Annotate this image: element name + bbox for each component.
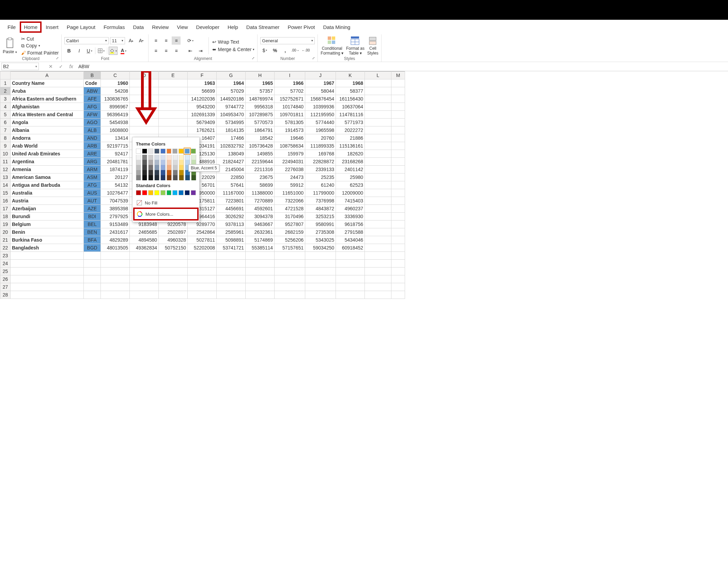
color-swatch[interactable] [172, 149, 177, 154]
cell-M1[interactable] [391, 79, 405, 87]
font-color-button[interactable]: A [119, 47, 128, 55]
cell-G20[interactable]: 2585961 [217, 228, 246, 236]
cell-A28[interactable] [11, 291, 84, 299]
cell-J21[interactable]: 5343025 [305, 236, 336, 244]
row-header-19[interactable]: 19 [0, 220, 11, 228]
cell-J16[interactable]: 7376998 [305, 197, 336, 205]
cell-A14[interactable]: Antigua and Barbuda [11, 181, 84, 189]
cell-F7[interactable]: 1762621 [188, 126, 217, 134]
cell-H9[interactable]: 105736428 [246, 142, 275, 150]
col-header-M[interactable]: M [391, 72, 405, 79]
cell-B2[interactable]: ABW [84, 87, 101, 95]
cell-J13[interactable]: 25235 [305, 173, 336, 181]
cell-L23[interactable] [365, 252, 391, 260]
cell-G12[interactable]: 2145004 [217, 166, 246, 173]
cell-M21[interactable] [391, 236, 405, 244]
cell-H20[interactable]: 2632361 [246, 228, 275, 236]
cell-A25[interactable] [11, 268, 84, 275]
cell-G26[interactable] [217, 275, 246, 283]
cell-D25[interactable] [130, 268, 159, 275]
cell-M5[interactable] [391, 111, 405, 119]
cell-K21[interactable]: 5434046 [336, 236, 365, 244]
cell-J5[interactable]: 112195950 [305, 111, 336, 119]
cell-A12[interactable]: Armenia [11, 166, 84, 173]
cell-M27[interactable] [391, 283, 405, 291]
cell-G28[interactable] [217, 291, 246, 299]
cell-G25[interactable] [217, 268, 246, 275]
cell-B25[interactable] [84, 268, 101, 275]
cell-A20[interactable]: Benin [11, 228, 84, 236]
cell-I16[interactable]: 7322066 [275, 197, 305, 205]
cell-L22[interactable] [365, 244, 391, 252]
cell-G15[interactable]: 11167000 [217, 189, 246, 197]
row-header-6[interactable]: 6 [0, 119, 11, 126]
cell-I18[interactable]: 3170496 [275, 213, 305, 220]
color-swatch[interactable] [179, 149, 184, 154]
align-top-icon[interactable]: ≡ [151, 36, 160, 45]
cell-F24[interactable] [188, 260, 217, 268]
cell-K3[interactable]: 161156430 [336, 95, 365, 103]
color-swatch[interactable] [160, 190, 166, 195]
cell-D3[interactable] [130, 95, 159, 103]
cell-D27[interactable] [130, 283, 159, 291]
cell-A16[interactable]: Austria [11, 197, 84, 205]
cell-L24[interactable] [365, 260, 391, 268]
color-swatch[interactable] [179, 175, 184, 180]
color-swatch[interactable] [173, 155, 178, 160]
cell-G2[interactable]: 57029 [217, 87, 246, 95]
cell-B23[interactable] [84, 252, 101, 260]
color-swatch[interactable] [148, 160, 153, 165]
merge-center-button[interactable]: ⬌Merge & Center ▾ [212, 47, 254, 52]
cell-H11[interactable]: 22159644 [246, 158, 275, 166]
more-colors-item[interactable]: More Colors... [136, 209, 196, 219]
cell-E1[interactable] [159, 79, 188, 87]
accept-formula-icon[interactable]: ✓ [56, 64, 66, 69]
cell-L14[interactable] [365, 181, 391, 189]
cell-M26[interactable] [391, 275, 405, 283]
font-size-select[interactable]: 11▾ [110, 37, 125, 44]
cell-H3[interactable]: 148769974 [246, 95, 275, 103]
col-header-L[interactable]: L [365, 72, 391, 79]
cell-K2[interactable]: 58377 [336, 87, 365, 95]
cell-B4[interactable]: AFG [84, 103, 101, 111]
cell-F1[interactable]: 1963 [188, 79, 217, 87]
cell-L28[interactable] [365, 291, 391, 299]
row-header-10[interactable]: 10 [0, 150, 11, 158]
color-swatch[interactable] [167, 160, 172, 165]
cell-H16[interactable]: 7270889 [246, 197, 275, 205]
cell-M13[interactable] [391, 173, 405, 181]
cell-H14[interactable]: 58699 [246, 181, 275, 189]
cell-E27[interactable] [159, 283, 188, 291]
no-fill-item[interactable]: No Fill [136, 198, 196, 208]
cell-A6[interactable]: Angola [11, 119, 84, 126]
cell-L18[interactable] [365, 213, 391, 220]
cell-J7[interactable]: 1965598 [305, 126, 336, 134]
color-swatch[interactable] [148, 190, 153, 195]
cell-D6[interactable] [130, 119, 159, 126]
cell-K13[interactable]: 25980 [336, 173, 365, 181]
cell-M2[interactable] [391, 87, 405, 95]
cell-H18[interactable]: 3094378 [246, 213, 275, 220]
cell-L21[interactable] [365, 236, 391, 244]
color-swatch[interactable] [191, 190, 196, 195]
cell-D2[interactable] [130, 87, 159, 95]
cell-L10[interactable] [365, 150, 391, 158]
cell-J27[interactable] [305, 283, 336, 291]
row-header-11[interactable]: 11 [0, 158, 11, 166]
cell-D21[interactable]: 4894580 [130, 236, 159, 244]
tab-data[interactable]: Data [129, 21, 148, 33]
cell-G9[interactable]: 102832792 [217, 142, 246, 150]
cell-K19[interactable]: 9618756 [336, 220, 365, 228]
color-swatch[interactable] [191, 175, 196, 180]
cell-A3[interactable]: Africa Eastern and Southern [11, 95, 84, 103]
cell-K26[interactable] [336, 275, 365, 283]
cut-button[interactable]: ✂Cut [21, 36, 59, 42]
color-swatch[interactable] [154, 160, 159, 165]
cell-I5[interactable]: 109701811 [275, 111, 305, 119]
cell-M12[interactable] [391, 166, 405, 173]
row-header-5[interactable]: 5 [0, 111, 11, 119]
cell-J17[interactable]: 4843872 [305, 205, 336, 213]
cell-C22[interactable]: 48013505 [101, 244, 130, 252]
tab-help[interactable]: Help [223, 21, 242, 33]
formula-input[interactable]: ABW [76, 63, 727, 70]
